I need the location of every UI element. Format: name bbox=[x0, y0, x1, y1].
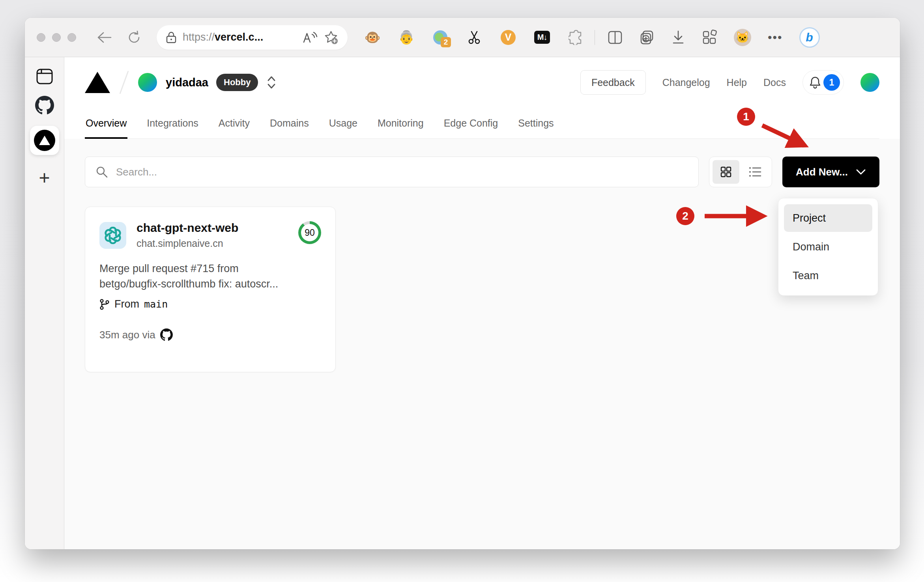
collections-icon[interactable] bbox=[639, 30, 655, 45]
project-card[interactable]: chat-gpt-next-web chat.simplenaive.cn 90… bbox=[85, 207, 336, 372]
refresh-button[interactable] bbox=[127, 31, 141, 44]
profile-avatar[interactable]: 🐱 bbox=[734, 29, 751, 46]
github-icon bbox=[160, 328, 173, 341]
add-new-dropdown: Project Domain Team bbox=[778, 198, 878, 296]
apps-launcher-icon[interactable] bbox=[701, 30, 717, 45]
lock-icon bbox=[166, 32, 176, 43]
new-tab-button[interactable]: + bbox=[39, 168, 50, 187]
search-box[interactable] bbox=[85, 157, 699, 187]
search-input[interactable] bbox=[116, 166, 688, 178]
project-domain[interactable]: chat.simplenaive.cn bbox=[137, 238, 238, 249]
add-favorite-icon[interactable] bbox=[324, 30, 338, 45]
tampermonkey-icon[interactable]: 🐵 bbox=[364, 29, 381, 46]
markdown-download-icon[interactable]: M↓ bbox=[534, 29, 550, 46]
proxy-extension-icon[interactable]: 2 bbox=[432, 29, 449, 46]
vercel-page: yidadaa Hobby Feedback Changelog Help Do… bbox=[64, 57, 900, 549]
dropdown-item-team[interactable]: Team bbox=[784, 262, 872, 289]
vimium-icon[interactable]: V bbox=[500, 29, 516, 46]
tab-integrations[interactable]: Integrations bbox=[146, 108, 199, 138]
tab-settings[interactable]: Settings bbox=[517, 108, 554, 138]
tab-activity[interactable]: Activity bbox=[218, 108, 251, 138]
openai-logo-icon bbox=[104, 227, 122, 244]
changelog-link[interactable]: Changelog bbox=[662, 77, 710, 88]
tab-edge-config[interactable]: Edge Config bbox=[443, 108, 499, 138]
plan-badge: Hobby bbox=[216, 74, 258, 91]
browser-toolbar: https://vercel.c... 🐵 👵 2 V M↓ bbox=[25, 18, 900, 57]
speed-score-ring[interactable]: 90 bbox=[298, 221, 321, 244]
tab-domains[interactable]: Domains bbox=[269, 108, 310, 138]
more-menu-icon[interactable]: ••• bbox=[768, 31, 783, 44]
breadcrumb-slash bbox=[119, 71, 129, 94]
speed-score-value: 90 bbox=[301, 224, 318, 241]
notification-count-badge: 1 bbox=[823, 74, 840, 91]
team-name[interactable]: yidadaa bbox=[166, 76, 208, 89]
project-favicon bbox=[99, 222, 126, 249]
zoom-window-button[interactable] bbox=[67, 33, 76, 42]
address-bar[interactable]: https://vercel.c... bbox=[157, 25, 348, 50]
docs-link[interactable]: Docs bbox=[763, 77, 786, 88]
annotation-step-1: 1 bbox=[737, 108, 755, 126]
bing-chat-icon[interactable]: b bbox=[799, 27, 820, 48]
edge-sidebar: + bbox=[25, 57, 64, 549]
team-avatar[interactable] bbox=[138, 73, 157, 92]
nav-tabs: Overview Integrations Activity Domains U… bbox=[85, 108, 879, 139]
toolbar-right-icons: 🐱 ••• b bbox=[608, 27, 820, 48]
vercel-header: yidadaa Hobby Feedback Changelog Help Do… bbox=[64, 57, 900, 139]
git-branch-icon bbox=[99, 298, 110, 310]
user-avatar[interactable] bbox=[860, 73, 879, 92]
sidebar-toggle-icon[interactable] bbox=[36, 68, 53, 85]
project-name[interactable]: chat-gpt-next-web bbox=[137, 221, 238, 235]
team-switcher-icon[interactable] bbox=[267, 75, 276, 90]
extensions-row: 🐵 👵 2 V M↓ bbox=[364, 29, 584, 46]
add-new-button[interactable]: Add New... bbox=[782, 157, 879, 187]
avatar-extension-icon[interactable]: 👵 bbox=[398, 29, 415, 46]
sidebar-tab-vercel-active[interactable] bbox=[30, 126, 59, 155]
vercel-logo[interactable] bbox=[85, 72, 110, 93]
toolbar-separator bbox=[595, 30, 595, 45]
commit-message[interactable]: Merge pull request #715 from betgo/bugfi… bbox=[99, 261, 321, 292]
dropdown-item-project[interactable]: Project bbox=[784, 204, 872, 232]
read-aloud-icon[interactable] bbox=[303, 31, 318, 44]
deploy-time: 35m ago via bbox=[99, 329, 155, 341]
downloads-icon[interactable] bbox=[671, 30, 685, 45]
search-icon bbox=[95, 166, 108, 178]
tab-monitoring[interactable]: Monitoring bbox=[377, 108, 425, 138]
url-text[interactable]: https://vercel.c... bbox=[183, 31, 296, 43]
chevron-down-icon bbox=[856, 169, 866, 175]
proxy-badge: 2 bbox=[441, 37, 451, 47]
extensions-puzzle-icon[interactable] bbox=[568, 29, 584, 46]
feedback-button[interactable]: Feedback bbox=[580, 70, 646, 95]
list-view-button[interactable] bbox=[742, 160, 769, 184]
close-window-button[interactable] bbox=[37, 33, 45, 42]
help-link[interactable]: Help bbox=[727, 77, 747, 88]
split-screen-icon[interactable] bbox=[608, 30, 623, 45]
minimize-window-button[interactable] bbox=[52, 33, 61, 42]
overview-content: Add New... bbox=[64, 139, 900, 549]
grid-view-button[interactable] bbox=[713, 160, 739, 184]
bell-icon bbox=[809, 76, 821, 89]
dropdown-item-domain[interactable]: Domain bbox=[784, 233, 872, 261]
browser-window: https://vercel.c... 🐵 👵 2 V M↓ bbox=[25, 18, 900, 549]
annotation-step-2: 2 bbox=[676, 207, 694, 225]
back-button[interactable] bbox=[97, 32, 112, 43]
view-toggle bbox=[709, 157, 772, 187]
from-label: From bbox=[114, 298, 139, 310]
tab-overview[interactable]: Overview bbox=[85, 108, 127, 138]
branch-name[interactable]: main bbox=[144, 298, 168, 310]
vercel-favicon bbox=[34, 130, 55, 151]
sidebar-tab-github[interactable] bbox=[35, 96, 54, 115]
notifications-button[interactable]: 1 bbox=[802, 70, 844, 95]
window-controls[interactable] bbox=[37, 33, 76, 42]
tab-usage[interactable]: Usage bbox=[328, 108, 358, 138]
scissors-icon[interactable] bbox=[466, 29, 483, 46]
